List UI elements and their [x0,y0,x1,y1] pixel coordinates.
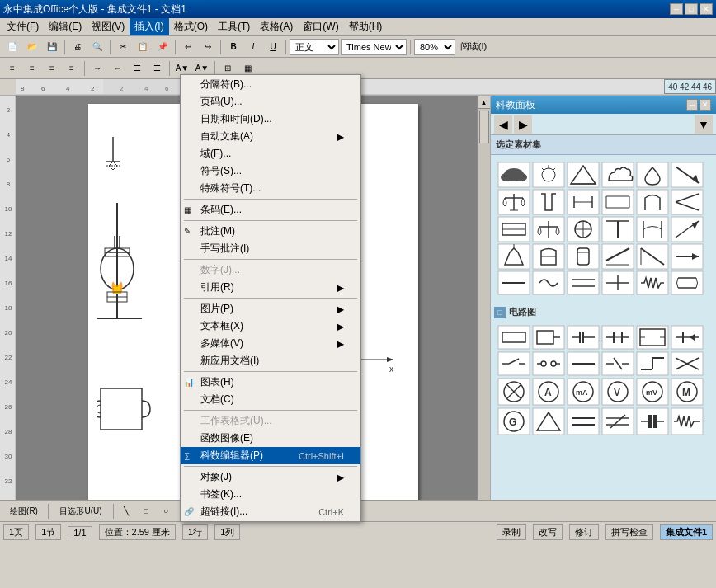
style-select[interactable]: 正文 [290,39,339,55]
menu-item-object[interactable]: 对象(J)▶ [181,468,360,486]
science-panel: 科教面板 ─ ✕ ◀ ▶ ▼ 选定素材集 [490,96,716,500]
panel-prev-button[interactable]: ◀ [494,115,512,134]
menu-item-symbol[interactable]: 符号(S)... [181,162,360,180]
menu-item-number[interactable]: 数字(J)... [181,261,360,279]
align-justify-button[interactable]: ≡ [63,59,81,78]
menu-item-funcgraph[interactable]: 函数图像(E) [181,430,360,447]
menu-item-field[interactable]: 域(F)... [181,145,360,162]
menu-item-tablestyle[interactable]: 工作表格式(U)... [181,412,360,430]
circuit-collapse-icon[interactable]: □ [494,307,506,318]
autoselect-button[interactable]: 目选形U(U) [52,502,110,520]
panel-next-button[interactable]: ▶ [514,115,532,134]
svg-text:8: 8 [21,85,25,92]
menu-item-hyperlink[interactable]: 🔗 超链接(I)... Ctrl+K [181,503,360,520]
svg-text:4: 4 [66,85,70,92]
menu-item-document[interactable]: 文档(C) [181,391,360,408]
new-button[interactable]: 📄 [3,38,21,56]
insert-menu-section4: 数字(J)... 引用(R)▶ [181,261,360,297]
menu-window[interactable]: 窗口(W) [298,18,343,35]
align-center-button[interactable]: ≡ [23,59,41,78]
formula-range: 40 42 44 46 [664,79,716,94]
vertical-scrollbar[interactable]: ▲ ▼ [477,96,490,500]
align-left-button[interactable]: ≡ [3,59,21,78]
menu-format[interactable]: 格式(O) [169,18,213,35]
panel-options-button[interactable]: ▼ [695,115,713,134]
scroll-track[interactable] [478,109,490,500]
insert-menu-section6: 📊 图表(H) 文档(C) [181,373,360,409]
draw-line-button[interactable]: ╲ [117,502,135,520]
underline-button[interactable]: U [264,38,282,56]
sep6 [410,40,411,54]
menu-tools[interactable]: 工具(T) [213,18,255,35]
menu-item-comment[interactable]: ✎ 批注(M) [181,223,360,240]
menu-item-reference[interactable]: 引用(R)▶ [181,279,360,296]
undo-button[interactable]: ↩ [179,38,197,56]
status-filename: 集成文件1 [660,524,713,540]
restore-button[interactable]: □ [685,3,698,15]
status-modify: 改写 [533,524,563,540]
close-button[interactable]: ✕ [700,3,713,15]
insert-menu-section8: 对象(J)▶ 书签(K)... 🔗 超链接(I)... Ctrl+K [181,468,360,521]
panel-collapse-button[interactable]: ─ [686,99,698,111]
svg-text:G: G [509,416,516,428]
align-right-button[interactable]: ≡ [43,59,61,78]
font-select[interactable]: Times New R [341,39,407,55]
circuit-symbols-svg: A mA V [494,322,713,487]
menu-item-media[interactable]: 多媒体(V)▶ [181,335,360,352]
bold-button[interactable]: B [224,38,243,56]
svg-text:V: V [614,387,620,398]
menu-item-sciedit[interactable]: ∑ 科数编辑器(P) Ctrl+Shift+I [181,447,360,464]
draw-menu-button[interactable]: 绘图(R) [3,502,45,520]
numberedlist-button[interactable]: ☰ [148,59,166,78]
menu-item-barcode[interactable]: ▦ 条码(E)... [181,201,360,219]
menu-div3 [184,259,357,260]
cut-button[interactable]: ✂ [114,38,132,56]
italic-button[interactable]: I [244,38,262,56]
draw-ellipse-button[interactable]: ○ [157,502,175,520]
menu-item-chart[interactable]: 📊 图表(H) [181,374,360,391]
menu-help[interactable]: 帮助(H) [344,18,388,35]
menu-table[interactable]: 表格(A) [255,18,298,35]
menu-item-picture[interactable]: 图片(P)▶ [181,300,360,318]
menu-insert[interactable]: 插入(I) [130,18,168,35]
circuit-symbols-section: A mA V [494,322,713,489]
menu-item-newdoc[interactable]: 新应用文档(I) [181,352,360,369]
sep5 [285,40,286,54]
copy-button[interactable]: 📋 [134,38,152,56]
open-button[interactable]: 📂 [23,38,41,56]
list-button[interactable]: ☰ [128,59,146,78]
svg-marker-44 [387,357,393,362]
preview-button[interactable]: 🔍 [88,38,106,56]
paste-button[interactable]: 📌 [153,38,172,56]
indent-button[interactable]: → [88,59,106,78]
scroll-up-button[interactable]: ▲ [478,96,491,109]
print-button[interactable]: 🖨 [68,38,87,56]
menu-item-autotext[interactable]: 自动文集(A)▶ [181,128,360,145]
save-button[interactable]: 💾 [43,38,61,56]
title-text: 永中集成Office个人版 - 集成文件1 - 文档1 [3,2,186,16]
insert-menu-section3: ✎ 批注(M) 手写批注(I) [181,222,360,258]
panel-title-bar: 科教面板 ─ ✕ [491,96,716,114]
minimize-button[interactable]: ─ [670,3,683,15]
zoom-select[interactable]: 80% [414,39,455,55]
redo-button[interactable]: ↪ [199,38,217,56]
outdent-button[interactable]: ← [108,59,126,78]
menu-edit[interactable]: 编辑(E) [44,18,87,35]
insert-menu-section1: 分隔符(B)... 页码(U)... 日期和时间(D)... 自动文集(A)▶ … [181,75,360,198]
menu-view[interactable]: 视图(V) [87,18,130,35]
menu-item-handwrite[interactable]: 手写批注(I) [181,240,360,257]
panel-close-button[interactable]: ✕ [700,99,711,111]
scroll-thumb[interactable] [479,111,489,143]
menu-item-bookmark[interactable]: 书签(K)... [181,486,360,503]
menu-file[interactable]: 文件(F) [2,18,44,35]
menu-item-datetime[interactable]: 日期和时间(D)... [181,111,360,128]
draw-rect-button[interactable]: □ [137,502,155,520]
menu-item-separator[interactable]: 分隔符(B)... [181,76,360,93]
menu-item-textbox[interactable]: 文本框(X)▶ [181,318,360,335]
menu-item-pagenum[interactable]: 页码(U)... [181,93,360,111]
menu-item-special[interactable]: 特殊符号(T)... [181,180,360,197]
svg-text:mV: mV [646,388,657,397]
sep4 [220,40,221,54]
menu-div1 [184,199,357,200]
read-button[interactable]: 阅读(I) [457,38,490,56]
